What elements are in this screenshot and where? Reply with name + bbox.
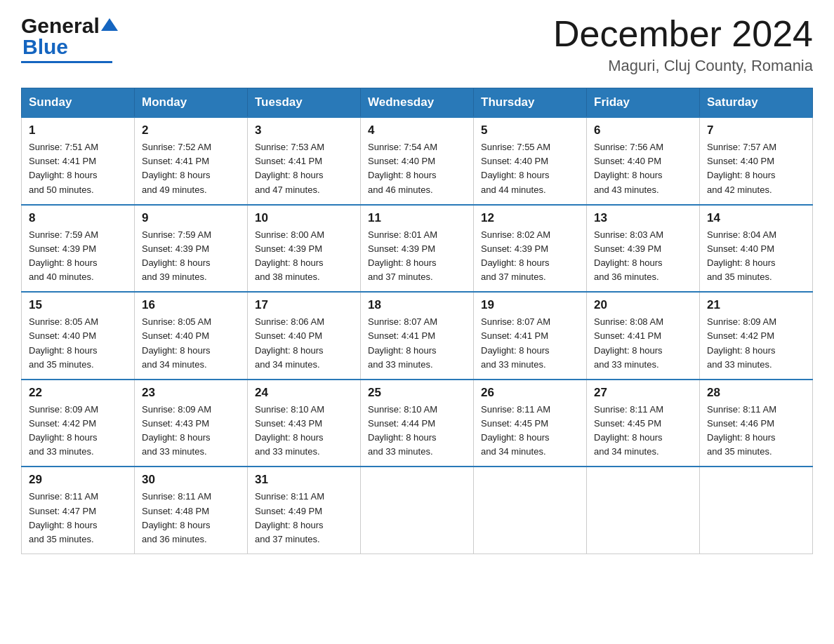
day-cell-15: 15 Sunrise: 8:05 AM Sunset: 4:40 PM Dayl… (22, 292, 135, 380)
day-cell-22: 22 Sunrise: 8:09 AM Sunset: 4:42 PM Dayl… (22, 380, 135, 467)
day-number: 12 (481, 211, 579, 225)
day-number: 2 (142, 123, 240, 137)
title-block: December 2024 Maguri, Cluj County, Roman… (553, 14, 813, 75)
day-cell-28: 28 Sunrise: 8:11 AM Sunset: 4:46 PM Dayl… (700, 380, 813, 467)
day-info: Sunrise: 7:53 AM Sunset: 4:41 PM Dayligh… (255, 140, 353, 197)
day-info: Sunrise: 8:10 AM Sunset: 4:43 PM Dayligh… (255, 403, 353, 459)
day-info: Sunrise: 8:11 AM Sunset: 4:45 PM Dayligh… (481, 403, 579, 459)
day-number: 20 (594, 298, 692, 312)
day-number: 8 (29, 211, 127, 225)
day-cell-1: 1 Sunrise: 7:51 AM Sunset: 4:41 PM Dayli… (22, 117, 135, 205)
day-number: 3 (255, 123, 353, 137)
day-number: 5 (481, 123, 579, 137)
month-year-title: December 2024 (553, 14, 813, 54)
day-number: 30 (142, 473, 240, 487)
day-info: Sunrise: 8:09 AM Sunset: 4:42 PM Dayligh… (29, 403, 127, 459)
weekday-header-row: SundayMondayTuesdayWednesdayThursdayFrid… (22, 88, 813, 118)
weekday-header-saturday: Saturday (700, 88, 813, 118)
day-info: Sunrise: 7:51 AM Sunset: 4:41 PM Dayligh… (29, 140, 127, 197)
location-subtitle: Maguri, Cluj County, Romania (553, 57, 813, 75)
weekday-header-monday: Monday (135, 88, 248, 118)
day-info: Sunrise: 8:11 AM Sunset: 4:48 PM Dayligh… (142, 490, 240, 546)
day-cell-26: 26 Sunrise: 8:11 AM Sunset: 4:45 PM Dayl… (474, 380, 587, 467)
day-cell-20: 20 Sunrise: 8:08 AM Sunset: 4:41 PM Dayl… (587, 292, 700, 380)
logo: General Blue (21, 14, 119, 63)
logo-underline (21, 61, 112, 63)
day-number: 4 (368, 123, 466, 137)
day-number: 28 (707, 386, 805, 400)
weekday-header-sunday: Sunday (22, 88, 135, 118)
day-cell-8: 8 Sunrise: 7:59 AM Sunset: 4:39 PM Dayli… (22, 205, 135, 293)
week-row-4: 22 Sunrise: 8:09 AM Sunset: 4:42 PM Dayl… (22, 380, 813, 467)
day-cell-10: 10 Sunrise: 8:00 AM Sunset: 4:39 PM Dayl… (248, 205, 361, 293)
week-row-2: 8 Sunrise: 7:59 AM Sunset: 4:39 PM Dayli… (22, 205, 813, 293)
week-row-5: 29 Sunrise: 8:11 AM Sunset: 4:47 PM Dayl… (22, 467, 813, 554)
day-number: 15 (29, 298, 127, 312)
day-cell-4: 4 Sunrise: 7:54 AM Sunset: 4:40 PM Dayli… (361, 117, 474, 205)
day-number: 27 (594, 386, 692, 400)
day-info: Sunrise: 8:11 AM Sunset: 4:47 PM Dayligh… (29, 490, 127, 546)
day-number: 10 (255, 211, 353, 225)
day-number: 7 (707, 123, 805, 137)
day-number: 23 (142, 386, 240, 400)
day-number: 19 (481, 298, 579, 312)
day-number: 17 (255, 298, 353, 312)
day-number: 18 (368, 298, 466, 312)
weekday-header-thursday: Thursday (474, 88, 587, 118)
day-number: 29 (29, 473, 127, 487)
day-info: Sunrise: 7:56 AM Sunset: 4:40 PM Dayligh… (594, 140, 692, 197)
calendar-table: SundayMondayTuesdayWednesdayThursdayFrid… (21, 88, 813, 554)
page-header: General Blue December 2024 Maguri, Cluj … (21, 14, 813, 75)
day-info: Sunrise: 7:52 AM Sunset: 4:41 PM Dayligh… (142, 140, 240, 197)
day-info: Sunrise: 8:08 AM Sunset: 4:41 PM Dayligh… (594, 315, 692, 372)
day-info: Sunrise: 7:54 AM Sunset: 4:40 PM Dayligh… (368, 140, 466, 197)
day-info: Sunrise: 8:09 AM Sunset: 4:42 PM Dayligh… (707, 315, 805, 372)
day-cell-18: 18 Sunrise: 8:07 AM Sunset: 4:41 PM Dayl… (361, 292, 474, 380)
day-info: Sunrise: 8:11 AM Sunset: 4:46 PM Dayligh… (707, 403, 805, 459)
day-number: 16 (142, 298, 240, 312)
day-info: Sunrise: 8:03 AM Sunset: 4:39 PM Dayligh… (594, 228, 692, 285)
day-info: Sunrise: 8:05 AM Sunset: 4:40 PM Dayligh… (142, 315, 240, 372)
day-cell-27: 27 Sunrise: 8:11 AM Sunset: 4:45 PM Dayl… (587, 380, 700, 467)
day-cell-24: 24 Sunrise: 8:10 AM Sunset: 4:43 PM Dayl… (248, 380, 361, 467)
day-number: 21 (707, 298, 805, 312)
day-cell-14: 14 Sunrise: 8:04 AM Sunset: 4:40 PM Dayl… (700, 205, 813, 293)
day-cell-19: 19 Sunrise: 8:07 AM Sunset: 4:41 PM Dayl… (474, 292, 587, 380)
day-cell-16: 16 Sunrise: 8:05 AM Sunset: 4:40 PM Dayl… (135, 292, 248, 380)
week-row-1: 1 Sunrise: 7:51 AM Sunset: 4:41 PM Dayli… (22, 117, 813, 205)
logo-general-text: General (21, 14, 100, 38)
day-info: Sunrise: 8:11 AM Sunset: 4:45 PM Dayligh… (594, 403, 692, 459)
day-cell-21: 21 Sunrise: 8:09 AM Sunset: 4:42 PM Dayl… (700, 292, 813, 380)
weekday-header-wednesday: Wednesday (361, 88, 474, 118)
day-info: Sunrise: 8:06 AM Sunset: 4:40 PM Dayligh… (255, 315, 353, 372)
day-number: 6 (594, 123, 692, 137)
day-info: Sunrise: 8:07 AM Sunset: 4:41 PM Dayligh… (368, 315, 466, 372)
day-cell-6: 6 Sunrise: 7:56 AM Sunset: 4:40 PM Dayli… (587, 117, 700, 205)
day-cell-7: 7 Sunrise: 7:57 AM Sunset: 4:40 PM Dayli… (700, 117, 813, 205)
day-cell-2: 2 Sunrise: 7:52 AM Sunset: 4:41 PM Dayli… (135, 117, 248, 205)
day-cell-5: 5 Sunrise: 7:55 AM Sunset: 4:40 PM Dayli… (474, 117, 587, 205)
day-cell-25: 25 Sunrise: 8:10 AM Sunset: 4:44 PM Dayl… (361, 380, 474, 467)
day-info: Sunrise: 8:04 AM Sunset: 4:40 PM Dayligh… (707, 228, 805, 285)
day-cell-12: 12 Sunrise: 8:02 AM Sunset: 4:39 PM Dayl… (474, 205, 587, 293)
day-info: Sunrise: 8:01 AM Sunset: 4:39 PM Dayligh… (368, 228, 466, 285)
day-number: 26 (481, 386, 579, 400)
day-cell-29: 29 Sunrise: 8:11 AM Sunset: 4:47 PM Dayl… (22, 467, 135, 554)
day-info: Sunrise: 7:55 AM Sunset: 4:40 PM Dayligh… (481, 140, 579, 197)
week-row-3: 15 Sunrise: 8:05 AM Sunset: 4:40 PM Dayl… (22, 292, 813, 380)
day-number: 13 (594, 211, 692, 225)
day-cell-13: 13 Sunrise: 8:03 AM Sunset: 4:39 PM Dayl… (587, 205, 700, 293)
empty-cell (587, 467, 700, 554)
day-number: 24 (255, 386, 353, 400)
logo-triangle-icon (100, 17, 119, 32)
day-info: Sunrise: 7:57 AM Sunset: 4:40 PM Dayligh… (707, 140, 805, 197)
day-info: Sunrise: 7:59 AM Sunset: 4:39 PM Dayligh… (29, 228, 127, 285)
day-info: Sunrise: 8:05 AM Sunset: 4:40 PM Dayligh… (29, 315, 127, 372)
day-number: 31 (255, 473, 353, 487)
day-cell-31: 31 Sunrise: 8:11 AM Sunset: 4:49 PM Dayl… (248, 467, 361, 554)
day-number: 22 (29, 386, 127, 400)
day-number: 14 (707, 211, 805, 225)
logo-blue-text: Blue (22, 35, 68, 59)
weekday-header-friday: Friday (587, 88, 700, 118)
day-number: 25 (368, 386, 466, 400)
